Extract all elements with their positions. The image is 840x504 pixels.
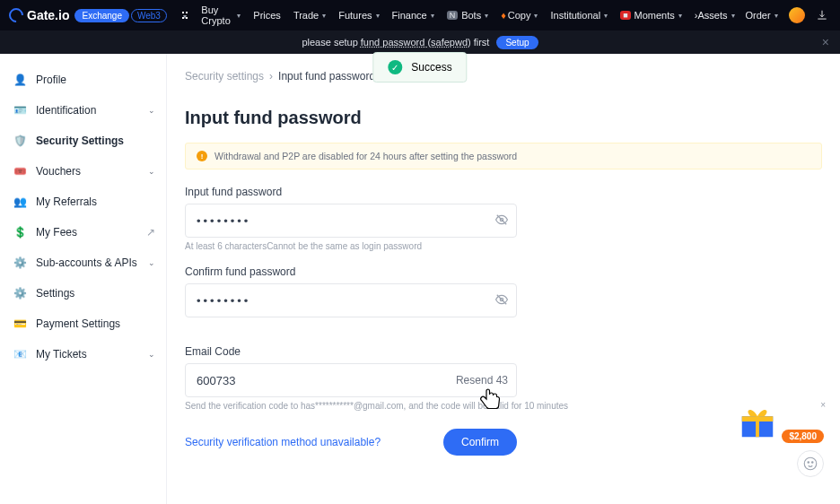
confirm-button[interactable]: Confirm bbox=[443, 429, 517, 456]
main-layout: 👤Profile 🪪Identification⌄ 🛡️Security Set… bbox=[0, 54, 840, 504]
sidebar-item-label: Identification bbox=[36, 104, 96, 117]
banner-suffix: first bbox=[474, 37, 490, 48]
sidebar-item-label: Security Settings bbox=[36, 135, 124, 147]
sidebar-item-payment[interactable]: 💳Payment Settings bbox=[0, 308, 166, 339]
confirm-input-wrap bbox=[185, 283, 517, 317]
nav-order[interactable]: Order bbox=[746, 10, 778, 21]
chat-support-icon[interactable] bbox=[797, 450, 824, 477]
eye-off-icon[interactable] bbox=[495, 293, 508, 309]
confirm-hint bbox=[185, 321, 822, 331]
sidebar-item-label: Settings bbox=[36, 287, 74, 300]
svg-rect-11 bbox=[756, 416, 759, 437]
breadcrumb-root[interactable]: Security settings bbox=[185, 70, 264, 83]
close-icon[interactable]: × bbox=[820, 400, 826, 410]
chevron-down-icon: ⌄ bbox=[148, 258, 155, 267]
code-label: Email Code bbox=[185, 345, 822, 358]
chevron-right-icon: › bbox=[269, 70, 273, 83]
banner-prefix: please setup bbox=[302, 37, 357, 48]
code-hint: Send the verification code to has*******… bbox=[185, 401, 822, 411]
external-link-icon: ↗ bbox=[146, 226, 155, 239]
subaccount-icon: ⚙️ bbox=[13, 256, 27, 270]
confirm-password-input[interactable] bbox=[185, 283, 517, 317]
sidebar-item-label: Payment Settings bbox=[36, 317, 120, 330]
nav-right: Assets Order bbox=[697, 7, 840, 23]
sidebar-item-label: My Tickets bbox=[36, 348, 87, 361]
confirm-label: Confirm fund password bbox=[185, 265, 822, 278]
sidebar-item-tickets[interactable]: 📧My Tickets⌄ bbox=[0, 339, 166, 369]
sidebar-item-label: Profile bbox=[36, 74, 66, 86]
pwd-hint: At least 6 charactersCannot be the same … bbox=[185, 241, 822, 251]
sidebar: 👤Profile 🪪Identification⌄ 🛡️Security Set… bbox=[0, 54, 167, 504]
user-icon: 👤 bbox=[13, 73, 27, 87]
nav-items: Buy Crypto Prices Trade Futures Finance … bbox=[181, 4, 698, 26]
setup-banner: please setup fund password (safepwd) fir… bbox=[0, 30, 840, 54]
banner-close-icon[interactable]: × bbox=[822, 35, 829, 49]
top-navigation: Gate.io Exchange Web3 Buy Crypto Prices … bbox=[0, 0, 840, 30]
chevron-down-icon: ⌄ bbox=[148, 106, 155, 115]
svg-point-14 bbox=[812, 462, 814, 464]
id-icon: 🪪 bbox=[13, 103, 27, 117]
nav-trade[interactable]: Trade bbox=[293, 10, 326, 21]
voucher-icon: 🎟️ bbox=[13, 164, 27, 178]
svg-point-12 bbox=[804, 457, 817, 470]
eye-off-icon[interactable] bbox=[495, 213, 508, 230]
referral-icon: 👥 bbox=[13, 195, 27, 209]
exchange-pill[interactable]: Exchange bbox=[74, 9, 128, 22]
nav-prices[interactable]: Prices bbox=[253, 10, 281, 21]
warning-box: ! Withdrawal and P2P are disabled for 24… bbox=[185, 143, 822, 169]
warning-text: Withdrawal and P2P are disabled for 24 h… bbox=[214, 151, 517, 161]
sidebar-item-label: Vouchers bbox=[36, 165, 81, 178]
grid-menu-icon[interactable] bbox=[181, 10, 188, 21]
toast-text: Success bbox=[411, 61, 451, 74]
nav-futures[interactable]: Futures bbox=[338, 10, 379, 21]
sidebar-item-identification[interactable]: 🪪Identification⌄ bbox=[0, 95, 166, 126]
setup-button[interactable]: Setup bbox=[496, 36, 538, 49]
gift-promo[interactable]: × $2,800 bbox=[737, 404, 824, 443]
download-icon[interactable] bbox=[816, 9, 828, 22]
sidebar-item-security[interactable]: 🛡️Security Settings bbox=[0, 126, 166, 156]
chevron-down-icon: ⌄ bbox=[148, 167, 155, 176]
sidebar-item-label: My Fees bbox=[36, 226, 77, 239]
sidebar-item-profile[interactable]: 👤Profile bbox=[0, 65, 166, 95]
nav-finance[interactable]: Finance bbox=[392, 10, 434, 21]
nav-bots[interactable]: NBots bbox=[447, 10, 489, 21]
pwd-label: Input fund password bbox=[185, 186, 822, 198]
ticket-icon: 📧 bbox=[13, 347, 27, 361]
fund-password-input[interactable] bbox=[185, 204, 517, 238]
gift-icon bbox=[737, 404, 778, 439]
nav-copy[interactable]: ♦Copy bbox=[501, 10, 538, 21]
actions-row: Security verification method unavailable… bbox=[185, 429, 517, 456]
checkmark-icon: ✓ bbox=[388, 60, 402, 74]
svg-point-13 bbox=[808, 462, 809, 464]
sidebar-item-label: My Referrals bbox=[36, 196, 97, 208]
resend-button[interactable]: Resend 43 bbox=[456, 363, 508, 397]
nav-assets[interactable]: Assets bbox=[697, 10, 734, 21]
brand-text: Gate.io bbox=[27, 8, 69, 22]
sidebar-item-referrals[interactable]: 👥My Referrals bbox=[0, 187, 166, 217]
sidebar-item-vouchers[interactable]: 🎟️Vouchers⌄ bbox=[0, 156, 166, 187]
n-badge-icon: N bbox=[447, 11, 459, 20]
banner-link[interactable]: fund password (safepwd) bbox=[361, 37, 471, 48]
fees-icon: 💲 bbox=[13, 225, 27, 239]
sidebar-item-subaccounts[interactable]: ⚙️Sub-accounts & APIs⌄ bbox=[0, 248, 166, 278]
gear-icon: ⚙️ bbox=[13, 286, 27, 300]
web3-pill[interactable]: Web3 bbox=[131, 9, 167, 22]
moments-badge-icon: ■ bbox=[620, 11, 630, 20]
sidebar-item-settings[interactable]: ⚙️Settings bbox=[0, 278, 166, 308]
gift-amount: $2,800 bbox=[782, 430, 824, 443]
nav-buy-crypto[interactable]: Buy Crypto bbox=[201, 4, 241, 26]
avatar[interactable] bbox=[789, 7, 805, 23]
breadcrumb-current: Input fund password bbox=[278, 70, 375, 83]
breadcrumb: Security settings › Input fund password bbox=[185, 70, 822, 83]
warning-icon: ! bbox=[197, 151, 207, 161]
flame-icon: ♦ bbox=[501, 10, 506, 21]
logo-icon bbox=[6, 5, 27, 26]
sidebar-item-fees[interactable]: 💲My Fees↗ bbox=[0, 217, 166, 248]
nav-moments[interactable]: ■Moments bbox=[620, 10, 682, 21]
verification-unavailable-link[interactable]: Security verification method unavailable… bbox=[185, 436, 381, 448]
success-toast: ✓ Success bbox=[372, 52, 467, 83]
code-input-wrap: Resend 43 bbox=[185, 363, 517, 397]
nav-institutional[interactable]: Institutional bbox=[550, 10, 608, 21]
brand-logo[interactable]: Gate.io bbox=[9, 8, 69, 22]
pwd-input-wrap bbox=[185, 204, 517, 238]
